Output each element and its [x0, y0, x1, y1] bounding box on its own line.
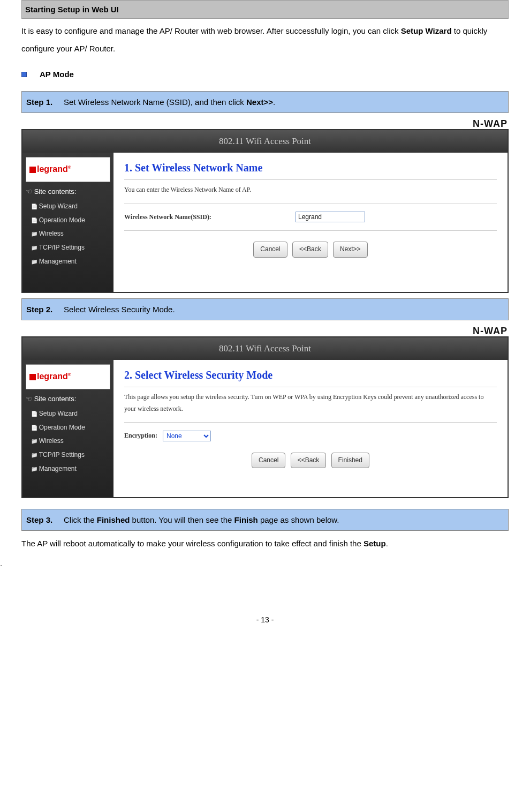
ss1-tree-item[interactable]: Operation Mode [31, 214, 110, 228]
closing-b1: Setup [364, 539, 386, 548]
ss2-tree: Setup Wizard Operation Mode Wireless TCP… [26, 407, 110, 476]
ss1-logo: legrand® [26, 157, 110, 182]
next-button[interactable]: Next>> [333, 242, 368, 258]
step2-bar: Step 2. Select Wireless Security Mode. [21, 298, 509, 320]
step3-num: Step 3. [26, 515, 52, 524]
step3-b1: Finished [97, 515, 130, 524]
encryption-label: Encryption: [124, 430, 157, 442]
ss1-desc: You can enter the Wireless Network Name … [124, 184, 497, 196]
step1-bar: Step 1. Set Wireless Network Name (SSID)… [21, 91, 509, 113]
step1-bold: Next>> [246, 97, 273, 107]
ss2-logo-text: legrand [37, 372, 68, 381]
closing-t2: . [386, 539, 388, 548]
finished-button[interactable]: Finished [331, 453, 369, 469]
divider [124, 179, 497, 180]
step3-t1: Click the [64, 515, 97, 524]
ss1-tree-item[interactable]: Setup Wizard [31, 200, 110, 214]
step2-num: Step 2. [26, 305, 52, 314]
back-button[interactable]: <<Back [291, 453, 327, 469]
ssid-input[interactable] [296, 212, 365, 222]
mode-label: AP Mode [40, 67, 74, 81]
ss1-field-row: Wireless Network Name(SSID): [124, 212, 497, 223]
cancel-button[interactable]: Cancel [253, 242, 287, 258]
back-button[interactable]: <<Back [292, 242, 328, 258]
ss2-heading: 2. Select Wireless Security Mode [124, 365, 497, 385]
ss2-desc: This page allows you setup the wireless … [124, 392, 497, 415]
divider [124, 422, 497, 423]
ss1-sidebar: legrand® Site contents: Setup Wizard Ope… [22, 153, 113, 292]
divider [124, 204, 497, 204]
bullet-icon [21, 72, 27, 77]
ss2-main: 2. Select Wireless Security Mode This pa… [113, 360, 508, 497]
step3-b2: Finish [234, 515, 258, 524]
ss1-heading: 1. Set Wireless Network Name [124, 158, 497, 177]
ss2-tree-item[interactable]: Setup Wizard [31, 407, 110, 421]
ss2-tree-item[interactable]: Management [31, 462, 110, 476]
section-header: Starting Setup in Web UI [21, 0, 509, 19]
closing-text: The AP will reboot automatically to make… [21, 531, 509, 556]
encryption-select[interactable]: None [163, 431, 211, 441]
ss2-sidebar: legrand® Site contents: Setup Wizard Ope… [22, 360, 113, 497]
ss1-tree-item[interactable]: Wireless [31, 227, 110, 241]
ss2-tree-item[interactable]: Wireless [31, 434, 110, 448]
ss1-tree-item[interactable]: TCP/IP Settings [31, 241, 110, 255]
ss2-tree-item[interactable]: TCP/IP Settings [31, 448, 110, 462]
cancel-button[interactable]: Cancel [252, 453, 285, 469]
step2-text: Select Wireless Security Mode. [64, 305, 175, 314]
screenshot2-container: N-WAP designed to be better. 802.11 Wifi… [21, 336, 509, 498]
ss1-tree-item[interactable]: Management [31, 255, 110, 269]
divider [124, 387, 497, 387]
page-footer: - 13 - [21, 613, 509, 637]
step1-num: Step 1. [26, 97, 52, 107]
ss2-site-title: Site contents: [26, 393, 110, 405]
ss2-tree-item[interactable]: Operation Mode [31, 421, 110, 435]
step3-t3: page as shown below. [258, 515, 339, 524]
ss1-banner: 802.11 Wifi Access Point [22, 130, 508, 153]
closing-t1: The AP will reboot automatically to make… [21, 539, 364, 548]
divider [124, 230, 497, 231]
intro-bold: Setup Wizard [401, 26, 452, 35]
step3-t2: button. You will then see the [130, 515, 234, 524]
ss1-main: 1. Set Wireless Network Name You can ent… [113, 153, 508, 292]
orphan-dot: . [0, 556, 509, 570]
step1-text-before: Set Wireless Network Name (SSID), and th… [64, 97, 246, 107]
ss1-button-row: Cancel <<Back Next>> [124, 242, 497, 258]
step1-text-after: . [273, 97, 275, 107]
ss2-logo: legrand® [26, 364, 110, 389]
ss2-banner: 802.11 Wifi Access Point [22, 337, 508, 360]
step3-bar: Step 3. Click the Finished button. You w… [21, 509, 509, 531]
ss1-site-title: Site contents: [26, 185, 110, 198]
mode-row: AP Mode [21, 61, 509, 88]
ss2-field-row: Encryption: None [124, 430, 497, 442]
intro-part1: It is easy to configure and manage the A… [21, 26, 401, 35]
screenshot1: 802.11 Wifi Access Point legrand® Site c… [21, 129, 509, 293]
ss1-logo-text: legrand [37, 164, 68, 174]
screenshot1-container: N-WAP designed to be better. 802.11 Wifi… [21, 129, 509, 293]
intro-paragraph: It is easy to configure and manage the A… [21, 19, 509, 61]
ss2-button-row: Cancel <<Back Finished [124, 453, 497, 469]
screenshot2: 802.11 Wifi Access Point legrand® Site c… [21, 336, 509, 498]
ss1-tree: Setup Wizard Operation Mode Wireless TCP… [26, 200, 110, 268]
ss1-field-label: Wireless Network Name(SSID): [124, 212, 274, 223]
